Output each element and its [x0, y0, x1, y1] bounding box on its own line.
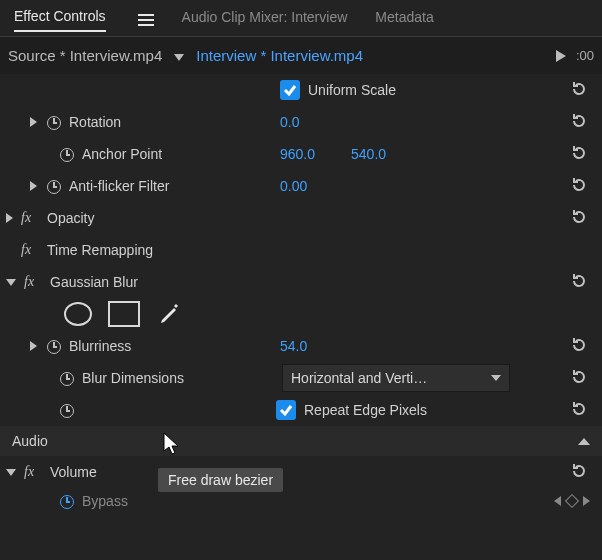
play-icon[interactable] — [556, 50, 566, 62]
row-anti-flicker: Anti-flicker Filter 0.00 — [0, 170, 602, 202]
reset-opacity[interactable] — [568, 206, 590, 228]
stopwatch-antiflicker[interactable] — [45, 178, 61, 194]
row-volume: fx Volume — [0, 456, 602, 488]
keyframe-nav[interactable] — [554, 496, 590, 506]
fx-icon-volume: fx — [24, 464, 42, 480]
row-rotation: Rotation 0.0 — [0, 106, 602, 138]
next-keyframe-icon[interactable] — [583, 496, 590, 506]
twisty-blurriness[interactable] — [30, 341, 37, 351]
panel-tabs: Effect Controls Audio Clip Mixer: Interv… — [0, 0, 602, 34]
mask-pen-button[interactable] — [156, 303, 184, 325]
prev-keyframe-icon[interactable] — [554, 496, 561, 506]
row-bypass: Bypass — [0, 488, 602, 514]
reset-gaussian[interactable] — [568, 270, 590, 292]
mask-rectangle-button[interactable] — [108, 301, 140, 327]
blurriness-value[interactable]: 54.0 — [280, 338, 307, 354]
row-time-remapping: fx Time Remapping — [0, 234, 602, 266]
reset-anchor[interactable] — [568, 142, 590, 164]
tab-effect-controls[interactable]: Effect Controls — [14, 8, 106, 32]
collapse-up-icon[interactable] — [578, 438, 590, 445]
panel-menu-icon[interactable] — [138, 14, 154, 26]
twisty-volume[interactable] — [6, 469, 16, 476]
blur-dimensions-dropdown[interactable]: Horizontal and Verti… — [282, 364, 510, 392]
reset-uniform-scale[interactable] — [568, 78, 590, 100]
tab-audio-clip-mixer[interactable]: Audio Clip Mixer: Interview — [182, 9, 348, 31]
stopwatch-repeatedge[interactable] — [58, 402, 74, 418]
reset-rotation[interactable] — [568, 110, 590, 132]
repeat-edge-label: Repeat Edge Pixels — [304, 402, 427, 418]
rotation-value[interactable]: 0.0 — [280, 114, 299, 130]
row-gaussian-blur: fx Gaussian Blur — [0, 266, 602, 298]
opacity-label: Opacity — [47, 210, 94, 226]
stopwatch-rotation[interactable] — [45, 114, 61, 130]
audio-label: Audio — [12, 433, 48, 449]
add-keyframe-icon[interactable] — [565, 494, 579, 508]
stopwatch-blurdim[interactable] — [58, 370, 74, 386]
row-mask-tools — [0, 298, 602, 330]
stopwatch-anchor[interactable] — [58, 146, 74, 162]
tab-metadata[interactable]: Metadata — [375, 9, 433, 31]
volume-label: Volume — [50, 464, 97, 480]
clip-header: Source * Interview.mp4 Interview * Inter… — [0, 37, 602, 74]
antiflicker-label: Anti-flicker Filter — [69, 178, 169, 194]
row-uniform-scale: Uniform Scale — [0, 74, 602, 106]
row-anchor-point: Anchor Point 960.0 540.0 — [0, 138, 602, 170]
blurdim-label: Blur Dimensions — [82, 370, 184, 386]
twisty-gaussian[interactable] — [6, 279, 16, 286]
antiflicker-value[interactable]: 0.00 — [280, 178, 307, 194]
timecode: :00 — [576, 48, 594, 63]
anchor-label: Anchor Point — [82, 146, 162, 162]
twisty-antiflicker[interactable] — [30, 181, 37, 191]
timeremap-label: Time Remapping — [47, 242, 153, 258]
reset-blurriness[interactable] — [568, 334, 590, 356]
row-repeat-edge: Repeat Edge Pixels — [0, 394, 602, 426]
row-opacity: fx Opacity — [0, 202, 602, 234]
row-blur-dimensions: Blur Dimensions Horizontal and Verti… — [0, 362, 602, 394]
blurdim-selected: Horizontal and Verti… — [291, 370, 427, 386]
sequence-clip-link[interactable]: Interview * Interview.mp4 — [196, 47, 363, 64]
chevron-down-icon — [491, 375, 501, 381]
bypass-label: Bypass — [82, 493, 128, 509]
audio-section-header: Audio — [0, 426, 602, 456]
mask-ellipse-button[interactable] — [64, 303, 92, 325]
rotation-label: Rotation — [69, 114, 121, 130]
blurriness-label: Blurriness — [69, 338, 131, 354]
twisty-rotation[interactable] — [30, 117, 37, 127]
reset-repeatedge[interactable] — [568, 398, 590, 420]
repeat-edge-checkbox[interactable] — [276, 400, 296, 420]
fx-icon-gaussian: fx — [24, 274, 42, 290]
reset-antiflicker[interactable] — [568, 174, 590, 196]
source-clip-label: Source * Interview.mp4 — [8, 47, 162, 64]
fx-icon-opacity: fx — [21, 210, 39, 226]
clip-dropdown-icon[interactable] — [174, 47, 184, 64]
anchor-x-value[interactable]: 960.0 — [280, 146, 315, 162]
anchor-y-value[interactable]: 540.0 — [351, 146, 386, 162]
twisty-opacity[interactable] — [6, 213, 13, 223]
uniform-scale-label: Uniform Scale — [308, 82, 396, 98]
fx-icon-timeremap: fx — [21, 242, 39, 258]
row-blurriness: Blurriness 54.0 — [0, 330, 602, 362]
gaussian-label: Gaussian Blur — [50, 274, 138, 290]
reset-blurdim[interactable] — [568, 366, 590, 388]
uniform-scale-checkbox[interactable] — [280, 80, 300, 100]
stopwatch-bypass[interactable] — [58, 493, 74, 509]
reset-volume[interactable] — [568, 460, 590, 482]
stopwatch-blurriness[interactable] — [45, 338, 61, 354]
tooltip: Free draw bezier — [158, 468, 283, 492]
